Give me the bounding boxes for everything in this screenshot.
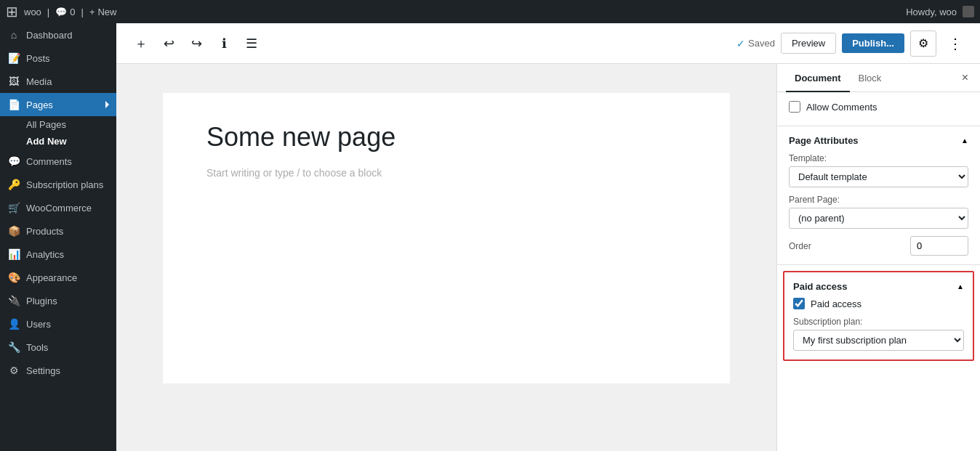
order-row: Order xyxy=(789,236,968,256)
appearance-icon: 🎨 xyxy=(7,272,20,283)
toolbar-right: ✓ Saved Preview Publish... ⚙ ⋮ xyxy=(736,31,968,57)
settings-button[interactable]: ⚙ xyxy=(910,31,936,57)
tab-document[interactable]: Document xyxy=(786,64,850,92)
add-icon: ＋ xyxy=(134,35,148,52)
editor-area: ＋ ↩ ↪ ℹ ☰ ✓ Saved P xyxy=(116,23,980,451)
order-input[interactable] xyxy=(910,236,968,256)
sidebar-item-users[interactable]: 👤 Users xyxy=(0,312,116,336)
collapse-arrow-icon[interactable]: ▲ xyxy=(961,137,968,145)
paid-access-header: Paid access ▲ xyxy=(793,281,964,292)
page-inner: Some new page Start writing or type / to… xyxy=(163,93,730,383)
redo-button[interactable]: ↪ xyxy=(183,31,209,57)
panel-tabs: Document Block × xyxy=(777,64,980,92)
add-block-button[interactable]: ＋ xyxy=(128,31,154,57)
subscription-icon: 🔑 xyxy=(7,179,20,190)
comments-icon[interactable]: 💬 xyxy=(55,7,67,17)
sidebar-item-settings[interactable]: ⚙ Settings xyxy=(0,359,116,382)
woo-icon: 🛒 xyxy=(7,202,20,214)
analytics-icon: 📊 xyxy=(7,248,20,260)
wp-logo-icon[interactable]: ⊞ xyxy=(6,3,18,20)
comments-count: 0 xyxy=(70,7,75,17)
paid-access-checkbox-row: Paid access xyxy=(793,298,964,309)
sidebar-label-posts: Posts xyxy=(26,53,50,64)
subscription-plan-label: Subscription plan: xyxy=(793,317,964,327)
main-layout: ⌂ Dashboard 📝 Posts 🖼 Media 📄 Pages All … xyxy=(0,23,980,451)
users-icon: 👤 xyxy=(7,318,20,330)
paid-access-collapse-icon[interactable]: ▲ xyxy=(957,283,964,290)
editor-toolbar: ＋ ↩ ↪ ℹ ☰ ✓ Saved P xyxy=(116,23,980,64)
saved-label: Saved xyxy=(748,38,775,49)
sidebar-item-dashboard[interactable]: ⌂ Dashboard xyxy=(0,23,116,46)
sidebar-sub-all-pages[interactable]: All Pages xyxy=(0,116,116,133)
publish-button[interactable]: Publish... xyxy=(842,33,904,53)
paid-access-label[interactable]: Paid access xyxy=(811,298,861,309)
list-view-button[interactable]: ☰ xyxy=(238,31,265,57)
separator2: | xyxy=(81,7,83,17)
sidebar-sub-add-new[interactable]: Add New xyxy=(0,133,116,150)
sidebar-item-woocommerce[interactable]: 🛒 WooCommerce xyxy=(0,196,116,219)
template-select[interactable]: Default template xyxy=(789,166,968,187)
page-placeholder[interactable]: Start writing or type / to choose a bloc… xyxy=(206,167,686,179)
right-panel: Document Block × Allow Comments xyxy=(776,64,980,451)
list-icon: ☰ xyxy=(246,36,257,52)
new-label[interactable]: New xyxy=(97,7,116,17)
admin-bar: ⊞ woo | 💬 0 | + New Howdy, woo xyxy=(0,0,980,23)
subscription-plan-select[interactable]: My first subscription plan xyxy=(793,330,964,351)
sidebar-item-plugins[interactable]: 🔌 Plugins xyxy=(0,289,116,312)
separator: | xyxy=(47,7,49,17)
site-name[interactable]: woo xyxy=(24,7,41,17)
sidebar-label-appearance: Appearance xyxy=(26,272,77,283)
undo-icon: ↩ xyxy=(164,36,174,52)
sidebar-item-analytics[interactable]: 📊 Analytics xyxy=(0,243,116,266)
sidebar-item-appearance[interactable]: 🎨 Appearance xyxy=(0,266,116,289)
pages-arrow-icon xyxy=(105,101,109,108)
sidebar-item-media[interactable]: 🖼 Media xyxy=(0,70,116,93)
panel-close-button[interactable]: × xyxy=(959,68,971,87)
sidebar-item-products[interactable]: 📦 Products xyxy=(0,219,116,243)
gear-icon: ⚙ xyxy=(918,36,928,50)
parent-page-label: Parent Page: xyxy=(789,195,968,205)
redo-icon: ↪ xyxy=(191,36,202,52)
allow-comments-label[interactable]: Allow Comments xyxy=(806,102,877,113)
sidebar-label-subscription: Subscription plans xyxy=(26,179,103,190)
sidebar-label-comments: Comments xyxy=(26,156,72,167)
saved-status: ✓ Saved xyxy=(736,38,775,49)
page-content[interactable]: Some new page Start writing or type / to… xyxy=(116,64,776,451)
tools-icon: 🔧 xyxy=(7,341,20,353)
sidebar-label-users: Users xyxy=(26,319,51,330)
howdy-text: Howdy, woo xyxy=(906,7,957,17)
sidebar-item-subscription-plans[interactable]: 🔑 Subscription plans xyxy=(0,173,116,196)
sidebar-label-woo: WooCommerce xyxy=(26,203,92,214)
allow-comments-checkbox[interactable] xyxy=(789,101,800,113)
paid-access-checkbox[interactable] xyxy=(793,298,805,309)
allow-comments-section: Allow Comments xyxy=(777,92,980,126)
sidebar-item-tools[interactable]: 🔧 Tools xyxy=(0,336,116,359)
sidebar-label-analytics: Analytics xyxy=(26,249,64,260)
sidebar-item-posts[interactable]: 📝 Posts xyxy=(0,46,116,70)
sidebar-label-tools: Tools xyxy=(26,342,48,353)
sidebar-label-settings: Settings xyxy=(26,365,60,376)
posts-icon: 📝 xyxy=(7,52,20,64)
allow-comments-row: Allow Comments xyxy=(789,101,968,113)
comments-icon: 💬 xyxy=(7,155,20,167)
preview-button[interactable]: Preview xyxy=(781,33,836,54)
page-attributes-section: Page Attributes ▲ Template: Default temp… xyxy=(777,126,980,265)
sidebar-item-comments[interactable]: 💬 Comments xyxy=(0,150,116,173)
page-title-display[interactable]: Some new page xyxy=(206,122,686,153)
sidebar-item-pages[interactable]: 📄 Pages xyxy=(0,93,116,116)
sidebar-label-dashboard: Dashboard xyxy=(26,30,73,41)
new-icon: + xyxy=(89,7,95,17)
sidebar-label-products: Products xyxy=(26,226,63,237)
undo-button[interactable]: ↩ xyxy=(156,31,182,57)
info-button[interactable]: ℹ xyxy=(211,31,237,57)
settings-icon: ⚙ xyxy=(7,365,20,376)
more-button[interactable]: ⋮ xyxy=(942,31,968,57)
pages-icon: 📄 xyxy=(7,99,20,110)
sidebar-label-media: Media xyxy=(26,76,52,87)
plugins-icon: 🔌 xyxy=(7,295,20,306)
tab-block[interactable]: Block xyxy=(850,64,891,92)
products-icon: 📦 xyxy=(7,225,20,237)
more-icon: ⋮ xyxy=(948,35,963,52)
template-label: Template: xyxy=(789,153,968,163)
parent-page-select[interactable]: (no parent) xyxy=(789,208,968,229)
